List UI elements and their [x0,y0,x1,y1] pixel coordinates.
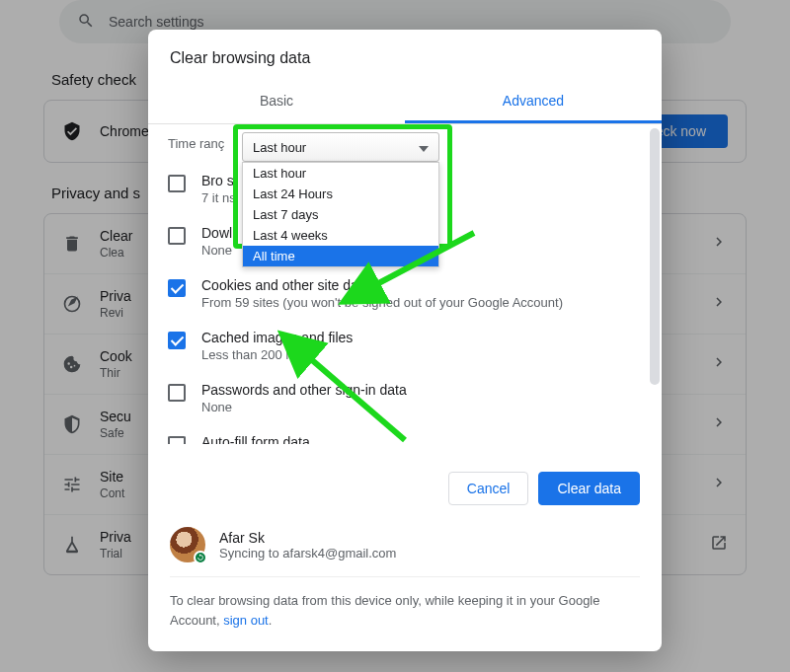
profile-sync-status: Syncing to afarsk4@gmail.com [219,546,396,560]
footer-note: To clear browsing data from this device … [148,577,662,651]
option-last-24-hours[interactable]: Last 24 Hours [243,184,438,204]
avatar [170,527,205,562]
checkbox-passwords[interactable] [168,384,186,402]
checkbox-cached[interactable] [168,332,186,349]
option-last-hour[interactable]: Last hour [243,163,438,184]
option-all-time[interactable]: All time [243,246,438,266]
time-range-value: Last hour [253,140,306,155]
option-last-4-weeks[interactable]: Last 4 weeks [243,225,438,246]
checkbox-cookies[interactable] [168,279,186,297]
item-cached: Cached images and filesLess than 200 MB [168,320,648,372]
checkbox-autofill[interactable] [168,436,186,444]
time-range-select[interactable]: Last hour [242,132,439,162]
option-last-7-days[interactable]: Last 7 days [243,204,438,225]
sign-out-link[interactable]: sign out [223,613,269,628]
profile-row: Afar Sk Syncing to afarsk4@gmail.com [148,523,662,576]
item-passwords: Passwords and other sign-in dataNone [168,372,648,424]
sync-badge-icon [194,551,207,564]
tab-advanced[interactable]: Advanced [405,81,662,123]
item-cookies: Cookies and other site dataFrom 59 sites… [168,267,648,320]
time-range-dropdown: Last hour Last 24 Hours Last 7 days Last… [242,162,439,267]
dialog-title: Clear browsing data [148,30,662,81]
checkbox-browsing-history[interactable] [168,175,186,192]
chevron-down-icon [419,140,429,155]
item-autofill: Auto-fill form data [168,424,648,444]
profile-name: Afar Sk [219,530,396,546]
checkbox-download-history[interactable] [168,227,186,245]
dialog-tabs: Basic Advanced [148,81,662,124]
cancel-button[interactable]: Cancel [448,472,529,505]
clear-browsing-data-dialog: Clear browsing data Basic Advanced Time … [148,30,662,651]
tab-basic[interactable]: Basic [148,81,405,123]
time-range-label: Time ranç [168,136,224,151]
scrollbar[interactable] [650,128,660,385]
clear-data-button[interactable]: Clear data [538,472,640,505]
